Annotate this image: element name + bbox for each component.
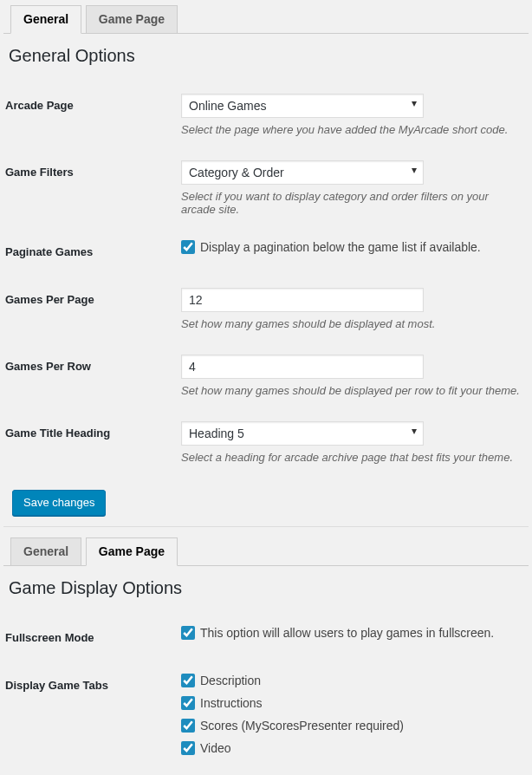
game-display-form: Fullscreen Mode This option will allow u… xyxy=(3,614,529,775)
display-tab-instructions-text: Instructions xyxy=(200,696,263,710)
label-games-per-row: Games Per Row xyxy=(3,342,181,409)
tab-general-2[interactable]: General xyxy=(10,537,81,565)
tabs-top: General Game Page xyxy=(3,0,529,34)
desc-arcade-page: Select the page where you have added the… xyxy=(181,123,520,136)
label-games-per-page: Games Per Page xyxy=(3,276,181,342)
fullscreen-mode-checkbox[interactable] xyxy=(181,626,195,640)
display-tab-scores-checkbox[interactable] xyxy=(181,719,195,733)
tab-game-page[interactable]: Game Page xyxy=(86,5,178,33)
games-per-page-input[interactable] xyxy=(181,288,424,312)
desc-game-filters: Select if you want to display category a… xyxy=(181,190,520,216)
label-game-title-heading: Game Title Heading xyxy=(3,409,181,476)
display-tab-video-text: Video xyxy=(200,741,231,755)
display-tab-description-text: Description xyxy=(200,674,261,687)
general-options-form: Arcade Page Online Games Select the page… xyxy=(3,81,529,476)
desc-games-per-page: Set how many games should be displayed a… xyxy=(181,317,520,330)
display-tab-description-checkbox[interactable] xyxy=(181,674,195,687)
display-tab-instructions-checkbox[interactable] xyxy=(181,696,195,710)
save-button-general[interactable]: Save changes xyxy=(12,490,106,516)
panel-general: General Game Page General Options Arcade… xyxy=(0,0,532,527)
game-filters-select[interactable]: Category & Order xyxy=(181,160,424,185)
section-title-game-display-options: Game Display Options xyxy=(9,578,529,598)
label-arcade-page: Arcade Page xyxy=(3,81,181,148)
arcade-page-select[interactable]: Online Games xyxy=(181,94,424,118)
section-title-general-options: General Options xyxy=(9,46,529,66)
game-title-heading-select[interactable]: Heading 5 xyxy=(181,421,424,446)
display-tab-video-checkbox[interactable] xyxy=(181,741,195,755)
label-game-filters: Game Filters xyxy=(3,148,181,228)
label-display-game-tabs: Display Game Tabs xyxy=(3,661,181,775)
desc-games-per-row: Set how many games should be displayed p… xyxy=(181,384,520,397)
label-paginate-games: Paginate Games xyxy=(3,228,181,276)
tab-general[interactable]: General xyxy=(10,5,81,34)
games-per-row-input[interactable] xyxy=(181,355,424,379)
desc-game-title-heading: Select a heading for arcade archive page… xyxy=(181,451,520,464)
fullscreen-mode-text: This option will allow users to play gam… xyxy=(200,626,494,640)
panel-game-page: General Game Page Game Display Options F… xyxy=(0,527,532,775)
paginate-games-text: Display a pagination below the game list… xyxy=(200,240,481,254)
tab-game-page-2[interactable]: Game Page xyxy=(86,537,178,566)
label-fullscreen-mode: Fullscreen Mode xyxy=(3,614,181,661)
display-tab-scores-text: Scores (MyScoresPresenter required) xyxy=(200,719,404,733)
paginate-games-checkbox[interactable] xyxy=(181,240,195,254)
tabs-bottom: General Game Page xyxy=(3,532,529,566)
